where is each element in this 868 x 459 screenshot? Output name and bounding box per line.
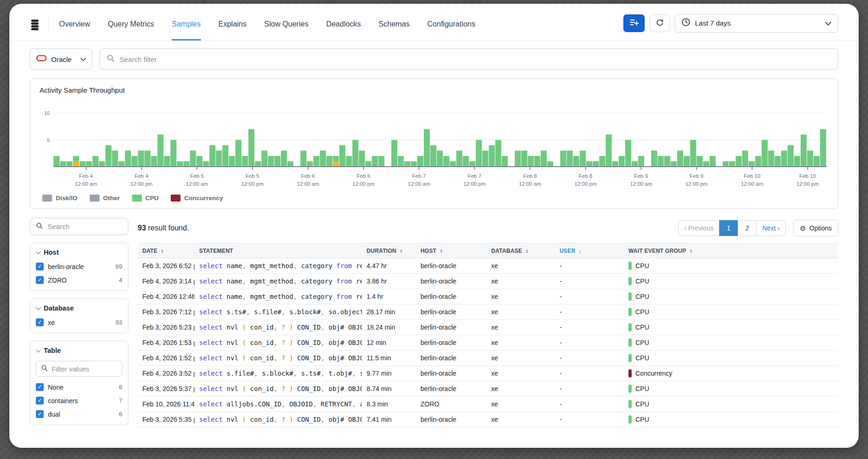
chart-bar-cpu[interactable] <box>586 162 592 167</box>
chart-bar-cpu[interactable] <box>521 151 527 167</box>
chart-bar-cpu[interactable] <box>327 156 333 167</box>
chart-bar-cpu[interactable] <box>274 156 280 167</box>
filter-item-zoro[interactable]: ✓ZORO4 <box>30 273 128 287</box>
checkbox[interactable]: ✓ <box>36 397 44 405</box>
chart-bar-cpu[interactable] <box>365 162 371 167</box>
chart-bar-cpu[interactable] <box>476 140 482 167</box>
chart-bar-cpu[interactable] <box>209 145 215 167</box>
checkbox[interactable]: ✓ <box>36 276 44 284</box>
chart-bar-cpu[interactable] <box>625 140 631 167</box>
chart-bar-cpu[interactable] <box>502 156 508 167</box>
chart-bar-cpu[interactable] <box>469 162 475 167</box>
chart-bar-cpu[interactable] <box>619 156 625 167</box>
tab-explains[interactable]: Explains <box>219 8 247 40</box>
chart-bar-cpu[interactable] <box>203 162 209 167</box>
chart-bar-other[interactable] <box>73 162 79 167</box>
chart-bar-cpu[interactable] <box>106 145 112 167</box>
chart-bar-cpu[interactable] <box>391 140 397 167</box>
chart-bar-cpu[interactable] <box>482 151 488 167</box>
chart-bar-cpu[interactable] <box>658 156 664 167</box>
chart-bar-cpu[interactable] <box>450 162 456 167</box>
chart-bar-cpu[interactable] <box>690 140 696 167</box>
chart-bar-cpu[interactable] <box>775 156 781 167</box>
chart-bar-cpu[interactable] <box>515 151 521 167</box>
chart-bar-cpu[interactable] <box>606 135 612 167</box>
chart-canvas[interactable]: 510Feb 412:00 amFeb 412:00 pmFeb 512:00 … <box>40 99 828 191</box>
chart-bar-cpu[interactable] <box>573 156 579 167</box>
table-row[interactable]: Feb 4, 2026 12:46 pmselect name, mgmt_me… <box>138 289 838 304</box>
filter-item-xe[interactable]: ✓xe93 <box>30 316 128 329</box>
chart-bar-cpu[interactable] <box>300 151 307 167</box>
chart-bar-cpu[interactable] <box>196 156 202 167</box>
filter-group-header-host[interactable]: Host <box>30 243 128 260</box>
chart-bar-cpu[interactable] <box>157 135 163 167</box>
chart-bar-cpu[interactable] <box>748 162 754 167</box>
table-row[interactable]: Feb 4, 2026 3:52 pmselect s.file#, s.blo… <box>138 366 838 381</box>
chart-bar-cpu[interactable] <box>248 129 254 167</box>
chart-bar-cpu[interactable] <box>768 151 774 167</box>
chart-bar-cpu[interactable] <box>93 156 99 167</box>
chart-bar-other[interactable] <box>333 162 339 167</box>
time-range-select[interactable]: Last 7 days <box>674 14 838 33</box>
filter-item-berlin-oracle[interactable]: ✓berlin-oracle89 <box>30 260 128 273</box>
chart-bar-cpu[interactable] <box>593 162 599 167</box>
chart-bar-cpu[interactable] <box>255 162 261 167</box>
chart-bar-cpu[interactable] <box>820 129 826 167</box>
chart-bar-cpu[interactable] <box>372 156 378 167</box>
filter-group-header-database[interactable]: Database <box>30 299 128 316</box>
chart-bar-cpu[interactable] <box>632 162 638 167</box>
chart-bar-cpu[interactable] <box>216 151 222 167</box>
table-row[interactable]: Feb 3, 2026 5:35 pmselect nvl ( con_id, … <box>138 412 838 427</box>
page-button-1[interactable]: 1 <box>719 220 738 236</box>
chart-bar-cpu[interactable] <box>567 151 573 167</box>
chart-bar-cpu[interactable] <box>404 162 410 167</box>
chart-bar-cpu[interactable] <box>541 151 547 167</box>
chart-bar-cpu[interactable] <box>346 156 352 167</box>
previous-page-button[interactable]: ‹ Previous <box>678 220 719 236</box>
refresh-button[interactable] <box>649 14 670 32</box>
table-filter-input[interactable] <box>52 365 144 373</box>
chart-bar-cpu[interactable] <box>307 162 313 167</box>
chart-bar-cpu[interactable] <box>534 156 541 167</box>
chart-bar-cpu[interactable] <box>80 162 86 167</box>
chart-bar-cpu[interactable] <box>60 162 66 167</box>
checkbox[interactable]: ✓ <box>36 318 44 326</box>
chart-bar-cpu[interactable] <box>735 156 741 167</box>
chart-bar-cpu[interactable] <box>67 162 73 167</box>
chart-bar-cpu[interactable] <box>664 156 670 167</box>
chart-bar-cpu[interactable] <box>125 151 131 167</box>
chart-bar-cpu[interactable] <box>183 162 189 167</box>
column-header-date[interactable]: DATE▲▼ <box>138 243 194 258</box>
filter-group-header-table[interactable]: Table <box>30 341 128 358</box>
chart-bar-cpu[interactable] <box>164 156 170 167</box>
chart-bar-cpu[interactable] <box>177 162 183 167</box>
chart-bar-cpu[interactable] <box>560 151 566 167</box>
chart-bar-cpu[interactable] <box>761 140 768 167</box>
chart-bar-cpu[interactable] <box>671 162 677 167</box>
column-header-host[interactable]: HOST▲▼ <box>416 243 487 258</box>
table-row[interactable]: Feb 3, 2026 6:52 pmselect name, mgmt_met… <box>138 258 838 274</box>
chart-bar-cpu[interactable] <box>489 145 495 167</box>
legend-item-other[interactable]: Other <box>90 195 120 202</box>
table-row[interactable]: Feb 10, 2026 11:47 amselect alljobs.CON_… <box>138 397 838 412</box>
chart-bar-cpu[interactable] <box>151 156 157 167</box>
chart-bar-cpu[interactable] <box>132 156 138 167</box>
chart-bar-cpu[interactable] <box>794 156 800 167</box>
checkbox[interactable]: ✓ <box>36 383 44 391</box>
chart-bar-cpu[interactable] <box>119 162 125 167</box>
chart-bar-cpu[interactable] <box>651 151 657 167</box>
legend-item-cpu[interactable]: CPU <box>132 195 159 202</box>
chart-bar-cpu[interactable] <box>430 145 436 167</box>
engine-select[interactable]: Oracle <box>30 48 92 70</box>
chart-bar-cpu[interactable] <box>742 151 748 167</box>
tab-deadlocks[interactable]: Deadlocks <box>326 8 361 40</box>
chart-bar-cpu[interactable] <box>411 162 417 167</box>
checkbox[interactable]: ✓ <box>36 263 44 270</box>
tab-overview[interactable]: Overview <box>59 8 90 40</box>
chart-bar-cpu[interactable] <box>781 151 787 167</box>
chart-bar-cpu[interactable] <box>261 151 267 167</box>
chart-bar-cpu[interactable] <box>359 151 365 167</box>
chart-bar-cpu[interactable] <box>190 151 196 167</box>
chart-bar-cpu[interactable] <box>684 156 690 167</box>
chart-bar-cpu[interactable] <box>437 151 443 167</box>
